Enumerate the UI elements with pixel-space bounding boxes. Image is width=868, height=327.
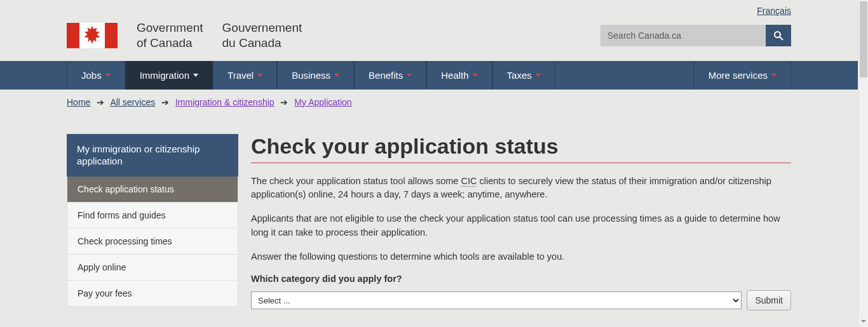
sidebar-item-check-status[interactable]: Check application status [67, 177, 238, 203]
sidebar-header: My immigration or citizenship applicatio… [67, 134, 238, 177]
nav-immigration[interactable]: Immigration [125, 61, 213, 90]
canada-flag-icon [67, 22, 118, 49]
site-brand: Government of Canada Gouvernement du Can… [67, 20, 302, 51]
main-content: Check your application status The check … [251, 134, 791, 311]
intro-paragraph-1: The check your application status tool a… [251, 175, 791, 203]
search-icon [773, 30, 783, 41]
intro-paragraph-3: Answer the following questions to determ… [251, 250, 791, 264]
gov-text-en: Government of Canada [137, 20, 203, 51]
chevron-down-icon [193, 74, 198, 77]
intro-paragraph-2: Applicants that are not eligible to use … [251, 212, 791, 240]
question-label: Which category did you apply for? [251, 274, 791, 284]
sidebar-item-processing-times[interactable]: Check processing times [67, 229, 238, 255]
sidebar-item-apply-online[interactable]: Apply online [67, 255, 238, 281]
svg-line-4 [780, 37, 783, 40]
chevron-down-icon [407, 74, 412, 77]
submit-button[interactable]: Submit [747, 290, 791, 310]
svg-rect-2 [105, 23, 118, 48]
scroll-down-arrow[interactable] [860, 317, 867, 326]
arrow-right-icon: ➔ [280, 97, 288, 107]
section-sidebar: My immigration or citizenship applicatio… [67, 134, 238, 311]
abbr-cic: CIC [461, 176, 477, 187]
chevron-down-icon [334, 74, 339, 77]
chevron-down-icon [771, 74, 776, 77]
sidebar-item-pay-fees[interactable]: Pay your fees [67, 281, 238, 307]
breadcrumb-immigration[interactable]: Immigration & citizenship [175, 97, 275, 107]
category-select[interactable]: Select ... [251, 291, 742, 309]
nav-jobs[interactable]: Jobs [67, 61, 125, 90]
arrow-right-icon: ➔ [97, 97, 104, 107]
nav-health[interactable]: Health [426, 61, 492, 90]
nav-more-services[interactable]: More services [694, 61, 791, 90]
sidebar-item-find-forms[interactable]: Find forms and guides [67, 203, 238, 229]
svg-point-3 [775, 32, 780, 37]
chevron-down-icon [257, 74, 262, 77]
nav-taxes[interactable]: Taxes [492, 61, 555, 90]
breadcrumb: Home ➔ All services ➔ Immigration & citi… [67, 90, 791, 115]
language-toggle[interactable]: Français [757, 6, 791, 16]
primary-nav: Jobs Immigration Travel Business Benefit… [0, 61, 858, 90]
nav-benefits[interactable]: Benefits [354, 61, 426, 90]
vertical-scrollbar[interactable] [858, 0, 868, 327]
breadcrumb-all-services[interactable]: All services [110, 97, 155, 107]
site-search [600, 25, 791, 46]
svg-rect-0 [67, 23, 79, 48]
nav-business[interactable]: Business [277, 61, 354, 90]
page-title: Check your application status [251, 134, 791, 163]
nav-travel[interactable]: Travel [213, 61, 277, 90]
breadcrumb-my-application[interactable]: My Application [294, 97, 351, 107]
chevron-down-icon [105, 74, 111, 77]
gov-text-fr: Gouvernement du Canada [222, 20, 302, 51]
search-input[interactable] [600, 25, 766, 46]
scroll-thumb[interactable] [860, 1, 867, 77]
chevron-down-icon [536, 74, 541, 77]
search-button[interactable] [766, 25, 791, 46]
arrow-right-icon: ➔ [161, 97, 169, 107]
chevron-down-icon [473, 74, 478, 77]
breadcrumb-home[interactable]: Home [67, 97, 90, 107]
